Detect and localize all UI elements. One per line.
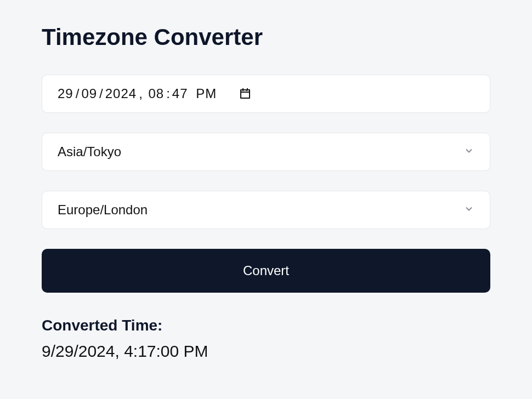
from-timezone-value: Asia/Tokyo: [58, 144, 463, 159]
datetime-hour[interactable]: 08: [148, 86, 164, 101]
datetime-ampm[interactable]: PM: [196, 86, 217, 101]
result-value: 9/29/2024, 4:17:00 PM: [42, 342, 490, 361]
date-separator: /: [75, 86, 81, 101]
from-timezone-field: Asia/Tokyo: [42, 133, 490, 171]
ampm-separator: [189, 86, 195, 101]
datetime-minute[interactable]: 47: [172, 86, 188, 101]
datetime-comma: ,: [138, 86, 147, 101]
result-heading: Converted Time:: [42, 317, 490, 334]
to-timezone-select[interactable]: Europe/London: [42, 191, 490, 229]
date-separator: /: [98, 86, 104, 101]
calendar-icon[interactable]: [239, 87, 252, 100]
datetime-field: 29 / 09 / 2024 , 08 : 47 PM: [42, 75, 490, 113]
datetime-year[interactable]: 2024: [105, 86, 137, 101]
to-timezone-field: Europe/London: [42, 191, 490, 229]
page-title: Timezone Converter: [42, 24, 490, 50]
result-section: Converted Time: 9/29/2024, 4:17:00 PM: [42, 317, 490, 361]
datetime-month[interactable]: 09: [81, 86, 97, 101]
convert-button[interactable]: Convert: [42, 249, 490, 293]
datetime-input[interactable]: 29 / 09 / 2024 , 08 : 47 PM: [42, 75, 490, 113]
datetime-day[interactable]: 29: [58, 86, 73, 101]
from-timezone-select[interactable]: Asia/Tokyo: [42, 133, 490, 171]
datetime-segments: 29 / 09 / 2024 , 08 : 47 PM: [58, 86, 217, 101]
chevron-down-icon: [463, 144, 474, 159]
to-timezone-value: Europe/London: [58, 202, 463, 218]
time-separator: :: [165, 86, 171, 101]
chevron-down-icon: [463, 202, 474, 218]
